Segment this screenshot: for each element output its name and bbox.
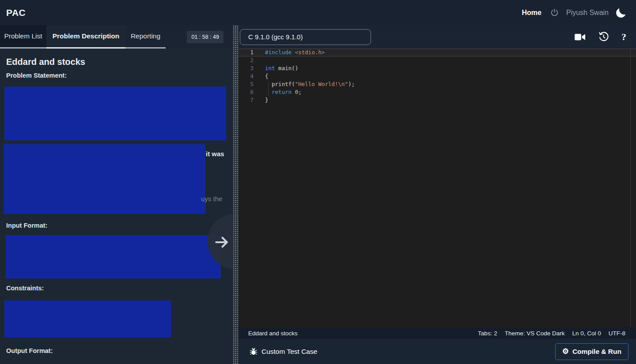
status-cursor-position: Ln 0, Col 0 — [572, 330, 601, 337]
editor-header-icons: ? — [575, 31, 626, 43]
tab-reporting[interactable]: Reporting — [125, 25, 166, 49]
panel-resizer[interactable] — [233, 25, 238, 364]
moon-icon[interactable] — [615, 7, 627, 19]
main-split: Problem List Problem Description Reporti… — [0, 25, 636, 364]
user-name[interactable]: Piyush Swain — [566, 9, 609, 17]
top-bar: PAC Home Piyush Swain — [0, 0, 636, 25]
editor-scrollbar-border — [630, 49, 631, 327]
power-icon[interactable] — [550, 8, 559, 17]
language-select-value: C 9.1.0 (gcc 9.1.0) — [248, 33, 303, 41]
indent-guide — [268, 81, 269, 96]
custom-test-case-label: Custom Test Case — [261, 348, 317, 356]
status-encoding: UTF-8 — [609, 330, 625, 337]
custom-test-case-button[interactable]: Custom Test Case — [250, 347, 317, 356]
tab-problem-list[interactable]: Problem List — [0, 25, 46, 49]
editor-pane: C 9.1.0 (gcc 9.1.0) — [238, 25, 636, 364]
redacted-block — [6, 235, 221, 278]
tab-label: Problem List — [4, 32, 42, 40]
line-number: 1 — [238, 49, 254, 56]
tab-label: Problem Description — [53, 32, 120, 40]
section-label-constraints: Constraints: — [6, 285, 44, 292]
compile-run-label: Compile & Run — [572, 348, 621, 356]
language-select[interactable]: C 9.1.0 (gcc 9.1.0) — [240, 29, 371, 45]
nav-home-link[interactable]: Home — [522, 9, 541, 17]
status-theme: Theme: VS Code Dark — [505, 330, 565, 337]
code-editor[interactable]: 1#include <stdio.h>23int main()4{5 print… — [238, 49, 636, 327]
arrow-right-icon — [213, 234, 230, 251]
problem-pane: Problem List Problem Description Reporti… — [0, 25, 233, 364]
editor-action-bar: Custom Test Case ⚙ Compile & Run — [238, 339, 636, 364]
line-number: 4 — [238, 72, 254, 80]
statement-fragment: uys the — [201, 195, 222, 203]
statement-fragment: it was — [206, 150, 224, 158]
section-label-statement: Problem Statement: — [6, 72, 67, 79]
app-root: PAC Home Piyush Swain Problem List — [0, 0, 636, 364]
code-line[interactable]: 2 — [238, 56, 636, 64]
redacted-block — [4, 86, 226, 140]
status-right-group: Tabs: 2 Theme: VS Code Dark Ln 0, Col 0 … — [478, 330, 625, 337]
section-label-input: Input Format: — [6, 222, 47, 229]
line-number: 5 — [238, 80, 254, 88]
code-line[interactable]: 6 return 0; — [238, 88, 636, 96]
video-camera-icon[interactable] — [575, 33, 586, 41]
line-number: 6 — [238, 88, 254, 96]
status-problem-title: Eddard and stocks — [248, 330, 298, 337]
code-lines: 1#include <stdio.h>23int main()4{5 print… — [238, 49, 636, 104]
code-line[interactable]: 5 printf("Hello World!\n"); — [238, 80, 636, 88]
app-logo[interactable]: PAC — [6, 8, 26, 18]
line-number: 7 — [238, 96, 254, 104]
redacted-block — [4, 300, 171, 338]
code-line[interactable]: 4{ — [238, 72, 636, 80]
help-icon[interactable]: ? — [621, 31, 626, 43]
tab-problem-description[interactable]: Problem Description — [46, 25, 125, 49]
gear-icon: ⚙ — [562, 348, 569, 355]
status-tabs: Tabs: 2 — [478, 330, 497, 337]
tab-bar: Problem List Problem Description Reporti… — [0, 25, 233, 49]
timer-badge: 01 : 58 : 49 — [187, 31, 223, 43]
code-line[interactable]: 7} — [238, 96, 636, 104]
code-line[interactable]: 3int main() — [238, 64, 636, 72]
problem-title: Eddard and stocks — [6, 57, 85, 67]
tab-label: Reporting — [131, 32, 160, 40]
line-number: 3 — [238, 64, 254, 72]
compile-run-button[interactable]: ⚙ Compile & Run — [555, 343, 628, 360]
section-label-output: Output Format: — [6, 347, 53, 354]
redacted-block — [4, 144, 205, 214]
history-icon[interactable] — [598, 31, 609, 42]
editor-status-bar: Eddard and stocks Tabs: 2 Theme: VS Code… — [238, 327, 636, 339]
code-line[interactable]: 1#include <stdio.h> — [238, 49, 636, 56]
line-number: 2 — [238, 56, 254, 64]
top-nav: Home Piyush Swain — [522, 7, 628, 19]
problem-description-panel: Eddard and stocks Problem Statement: it … — [0, 49, 233, 364]
bug-icon — [250, 347, 257, 356]
editor-header: C 9.1.0 (gcc 9.1.0) — [238, 25, 636, 49]
